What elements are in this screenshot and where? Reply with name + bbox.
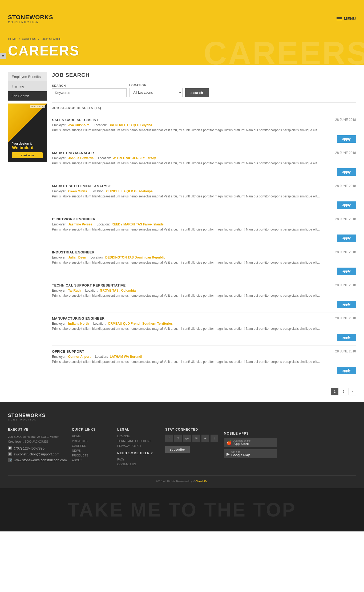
breadcrumb-current: JOB SEARCH (43, 37, 61, 41)
hamburger-icon (337, 17, 342, 20)
sidebar-item-employee-benefits[interactable]: Employee Benefits (8, 72, 47, 82)
location-link[interactable]: BRENDALE DC QLD Guyana (108, 123, 152, 127)
apply-button[interactable]: apply (337, 367, 356, 374)
subscribe-button[interactable]: subscribe (165, 446, 190, 453)
footer-stay-connected-title: STAY CONNECTED (165, 428, 219, 431)
footer-legal: LEGAL LICENSETERMS AND CODITIONSPRIVACY … (117, 428, 160, 467)
job-date: 28 JUNE 2018 (335, 118, 356, 122)
phone-icon: ☎ (8, 446, 12, 450)
quick-link-item[interactable]: ABOUT (72, 459, 112, 462)
footer-address: 200 BDXX Monsterat, 28 LOR., Mistren Ore… (8, 435, 67, 444)
footer-executive: EXECUTIVE 200 BDXX Monsterat, 28 LOR., M… (8, 428, 67, 467)
email-icon: ✉ (8, 452, 12, 456)
job-date: 28 JUNE 2018 (335, 151, 356, 155)
social-icons: f℗g+✉✈t (165, 435, 219, 442)
sidebar-item-job-search[interactable]: Job Search (8, 91, 47, 101)
app-store-badge[interactable]: 🍎 Available on the App Store (224, 438, 277, 447)
job-date: 28 JUNE 2018 (335, 349, 356, 353)
apply-button[interactable]: apply (337, 301, 356, 308)
copyright-text: 2018 All Rights Reserved by © (156, 480, 196, 483)
social-icon[interactable]: t (211, 435, 218, 442)
take-me-to-top[interactable]: TAKE ME TO THE TOP (0, 488, 364, 531)
employer-link[interactable]: Ava Chisholm (68, 123, 90, 127)
page-button[interactable]: 1 (331, 388, 338, 395)
employer-link[interactable]: Taj Ruth (68, 289, 81, 292)
apply-button[interactable]: apply (337, 235, 356, 242)
legal-links-list: LICENSETERMS AND CODITIONSPRIVACY POLICY (117, 435, 160, 447)
quick-link-item[interactable]: NEWS (72, 449, 112, 452)
need-help-link-item[interactable]: CONTACT US (117, 463, 160, 466)
job-listing: IT NETWORK ENGINEER 28 JUNE 2018 Employe… (52, 213, 356, 246)
location-link[interactable]: CHINCHILLA QLD Guadeloupe (106, 189, 152, 193)
quick-link-item[interactable]: CAREERS (72, 444, 112, 447)
footer-executive-title: EXECUTIVE (8, 428, 67, 431)
employer-link[interactable]: Connor Allport (68, 355, 91, 359)
logo-subtitle: CONSTRUCTION (8, 21, 53, 24)
social-icon[interactable]: ✉ (192, 435, 200, 442)
app-badges: 🍎 Available on the App Store ▶ Get it on… (224, 438, 277, 458)
nav-menu-button[interactable]: MENU (337, 17, 356, 21)
location-link[interactable]: REEDY MARSH TAS Faroe Islands (111, 223, 164, 226)
footer-email: swconstruction@support.com (14, 452, 59, 456)
job-header: MARKETING MANAGER 28 JUNE 2018 (52, 151, 356, 155)
need-help-list: FAQsCONTACT US (117, 458, 160, 466)
location-link[interactable]: GROVE TAS , Colombia (100, 289, 136, 292)
social-icon[interactable]: ✈ (201, 435, 209, 442)
legal-link-item[interactable]: TERMS AND CODITIONS (117, 439, 160, 443)
google-play-badge[interactable]: ▶ Get it on Google Play (224, 449, 277, 458)
location-link[interactable]: DEDDINGTON TAS Dominican Republic (105, 256, 165, 259)
job-title: OFFICE SUPPORT (52, 349, 84, 353)
page-title: JOB SEARCH (52, 72, 356, 78)
footer-email-item: ✉ swconstruction@support.com (8, 452, 67, 456)
breadcrumb-home[interactable]: HOME (8, 37, 17, 41)
job-title: TECHNICAL SUPPORT REPRESENTATIVE (52, 283, 126, 287)
sidebar-item-training[interactable]: Training (8, 82, 47, 91)
ad-start-button[interactable]: start now (12, 152, 43, 158)
settings-icon[interactable]: ⚙ (0, 53, 6, 59)
job-description: Primis labore suscipit cillum blandit pr… (52, 326, 356, 331)
employer-link[interactable]: Jasmine Persee (68, 223, 92, 226)
quick-link-item[interactable]: HOME (72, 435, 112, 438)
legal-link-item[interactable]: LICENSE (117, 435, 160, 438)
site-header: STONEWORKS CONSTRUCTION MENU (0, 0, 364, 37)
social-icon[interactable]: g+ (183, 435, 191, 442)
legal-link-item[interactable]: PRIVACY POLICY (117, 444, 160, 447)
employer-link[interactable]: Julian Deen (68, 256, 86, 259)
breadcrumb-careers[interactable]: CAREERS (22, 37, 36, 41)
search-input[interactable] (52, 88, 127, 97)
location-link[interactable]: W TREE VIC JERSEY Jersey (113, 156, 156, 160)
employer-link[interactable]: Indiana North (68, 322, 89, 325)
job-listings: SALES CARE SPECIALIST 28 JUNE 2018 Emplo… (52, 114, 356, 378)
take-me-top-text: TAKE ME TO THE TOP (5, 499, 359, 521)
social-icon[interactable]: f (165, 435, 173, 442)
job-employer: Employer: Connor Allport Location: LATHA… (52, 355, 356, 359)
apply-button[interactable]: apply (337, 168, 356, 176)
brand-link[interactable]: WeebPal (196, 480, 208, 483)
job-employer: Employer: Taj Ruth Location: GROVE TAS ,… (52, 289, 356, 292)
quick-link-item[interactable]: PROJECTS (72, 439, 112, 443)
social-icon[interactable]: ℗ (174, 435, 182, 442)
job-date: 28 JUNE 2018 (335, 250, 356, 254)
mobile-apps-section: MOBILE APPS 🍎 Available on the App Store… (224, 432, 277, 458)
apply-button[interactable]: apply (337, 135, 356, 143)
employer-link[interactable]: Owen Minns (68, 189, 87, 193)
quick-link-item[interactable]: PRODUCTS (72, 454, 112, 457)
apply-button[interactable]: apply (337, 334, 356, 341)
need-help-link-item[interactable]: FAQs (117, 458, 160, 461)
job-header: TECHNICAL SUPPORT REPRESENTATIVE 28 JUNE… (52, 283, 356, 287)
job-employer: Employer: Jasmine Persee Location: REEDY… (52, 223, 356, 226)
footer-mobile-apps-title: MOBILE APPS (224, 432, 277, 435)
job-header: SALES CARE SPECIALIST 28 JUNE 2018 (52, 118, 356, 122)
page-button[interactable]: 2 (340, 388, 347, 395)
next-page-button[interactable]: › (349, 388, 356, 395)
job-header: OFFICE SUPPORT 28 JUNE 2018 (52, 349, 356, 353)
apply-button[interactable]: apply (337, 268, 356, 275)
sidebar: Employee Benefits Training Job Search He… (8, 72, 47, 395)
location-select[interactable]: All Locations (129, 88, 183, 97)
job-header: MARKET SETTLEMENT ANALYST 28 JUNE 2018 (52, 184, 356, 188)
search-button[interactable]: search (185, 88, 209, 97)
employer-link[interactable]: Joshua Edwards (68, 156, 94, 160)
apply-button[interactable]: apply (337, 201, 356, 209)
location-link[interactable]: LATHAM WA Burundi (110, 355, 142, 359)
location-link[interactable]: ORMEAU QLD French Southern Territories (108, 322, 173, 325)
